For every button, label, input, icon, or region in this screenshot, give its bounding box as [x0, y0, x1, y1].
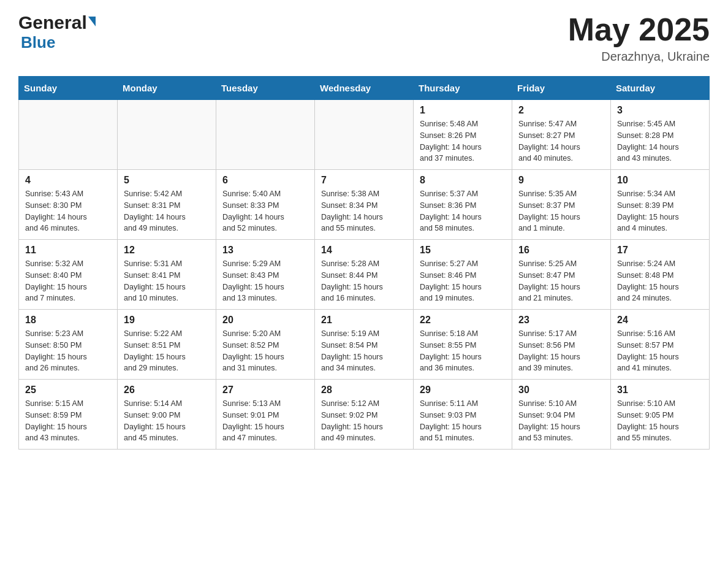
table-row — [118, 100, 216, 170]
calendar-body: 1Sunrise: 5:48 AMSunset: 8:26 PMDaylight… — [19, 100, 710, 450]
day-info: Sunrise: 5:40 AMSunset: 8:33 PMDaylight:… — [222, 188, 308, 234]
calendar-week-row: 11Sunrise: 5:32 AMSunset: 8:40 PMDayligh… — [19, 240, 710, 310]
day-number: 13 — [222, 245, 308, 256]
table-row — [19, 100, 118, 170]
day-info: Sunrise: 5:12 AMSunset: 9:02 PMDaylight:… — [321, 398, 407, 444]
day-number: 27 — [222, 385, 308, 396]
table-row: 27Sunrise: 5:13 AMSunset: 9:01 PMDayligh… — [216, 380, 315, 450]
table-row: 19Sunrise: 5:22 AMSunset: 8:51 PMDayligh… — [118, 310, 216, 380]
day-info: Sunrise: 5:16 AMSunset: 8:57 PMDaylight:… — [617, 328, 703, 374]
table-row: 17Sunrise: 5:24 AMSunset: 8:48 PMDayligh… — [611, 240, 710, 310]
table-row: 30Sunrise: 5:10 AMSunset: 9:04 PMDayligh… — [512, 380, 611, 450]
day-info: Sunrise: 5:29 AMSunset: 8:43 PMDaylight:… — [222, 258, 308, 304]
day-info: Sunrise: 5:34 AMSunset: 8:39 PMDaylight:… — [617, 188, 703, 234]
day-number: 30 — [518, 385, 604, 396]
col-thursday: Thursday — [414, 77, 512, 100]
day-number: 3 — [617, 105, 703, 116]
day-number: 4 — [25, 175, 111, 186]
col-friday: Friday — [512, 77, 611, 100]
day-number: 28 — [321, 385, 407, 396]
calendar-week-row: 4Sunrise: 5:43 AMSunset: 8:30 PMDaylight… — [19, 170, 710, 240]
day-info: Sunrise: 5:18 AMSunset: 8:55 PMDaylight:… — [420, 328, 506, 374]
day-info: Sunrise: 5:14 AMSunset: 9:00 PMDaylight:… — [124, 398, 210, 444]
day-info: Sunrise: 5:42 AMSunset: 8:31 PMDaylight:… — [124, 188, 210, 234]
day-number: 24 — [617, 315, 703, 326]
day-info: Sunrise: 5:13 AMSunset: 9:01 PMDaylight:… — [222, 398, 308, 444]
day-info: Sunrise: 5:28 AMSunset: 8:44 PMDaylight:… — [321, 258, 407, 304]
table-row: 5Sunrise: 5:42 AMSunset: 8:31 PMDaylight… — [118, 170, 216, 240]
col-sunday: Sunday — [19, 77, 118, 100]
day-number: 22 — [420, 315, 506, 326]
day-info: Sunrise: 5:47 AMSunset: 8:27 PMDaylight:… — [518, 118, 604, 164]
day-number: 18 — [25, 315, 111, 326]
day-info: Sunrise: 5:32 AMSunset: 8:40 PMDaylight:… — [25, 258, 111, 304]
table-row: 2Sunrise: 5:47 AMSunset: 8:27 PMDaylight… — [512, 100, 611, 170]
day-info: Sunrise: 5:38 AMSunset: 8:34 PMDaylight:… — [321, 188, 407, 234]
day-number: 5 — [124, 175, 210, 186]
day-info: Sunrise: 5:20 AMSunset: 8:52 PMDaylight:… — [222, 328, 308, 374]
calendar-table: Sunday Monday Tuesday Wednesday Thursday… — [18, 76, 710, 450]
day-info: Sunrise: 5:17 AMSunset: 8:56 PMDaylight:… — [518, 328, 604, 374]
table-row: 31Sunrise: 5:10 AMSunset: 9:05 PMDayligh… — [611, 380, 710, 450]
day-info: Sunrise: 5:35 AMSunset: 8:37 PMDaylight:… — [518, 188, 604, 234]
days-of-week-row: Sunday Monday Tuesday Wednesday Thursday… — [19, 77, 710, 100]
col-saturday: Saturday — [611, 77, 710, 100]
table-row: 10Sunrise: 5:34 AMSunset: 8:39 PMDayligh… — [611, 170, 710, 240]
day-number: 6 — [222, 175, 308, 186]
day-number: 21 — [321, 315, 407, 326]
table-row: 8Sunrise: 5:37 AMSunset: 8:36 PMDaylight… — [414, 170, 512, 240]
month-year-title: May 2025 — [568, 12, 710, 47]
calendar-week-row: 1Sunrise: 5:48 AMSunset: 8:26 PMDaylight… — [19, 100, 710, 170]
day-info: Sunrise: 5:15 AMSunset: 8:59 PMDaylight:… — [25, 398, 111, 444]
table-row: 6Sunrise: 5:40 AMSunset: 8:33 PMDaylight… — [216, 170, 315, 240]
calendar-header: Sunday Monday Tuesday Wednesday Thursday… — [19, 77, 710, 100]
page-header: General Blue May 2025 Derazhnya, Ukraine — [18, 12, 710, 64]
table-row: 3Sunrise: 5:45 AMSunset: 8:28 PMDaylight… — [611, 100, 710, 170]
day-info: Sunrise: 5:48 AMSunset: 8:26 PMDaylight:… — [420, 118, 506, 164]
table-row: 20Sunrise: 5:20 AMSunset: 8:52 PMDayligh… — [216, 310, 315, 380]
table-row: 18Sunrise: 5:23 AMSunset: 8:50 PMDayligh… — [19, 310, 118, 380]
day-info: Sunrise: 5:25 AMSunset: 8:47 PMDaylight:… — [518, 258, 604, 304]
table-row: 9Sunrise: 5:35 AMSunset: 8:37 PMDaylight… — [512, 170, 611, 240]
day-number: 15 — [420, 245, 506, 256]
day-number: 9 — [518, 175, 604, 186]
day-info: Sunrise: 5:23 AMSunset: 8:50 PMDaylight:… — [25, 328, 111, 374]
table-row — [216, 100, 315, 170]
day-info: Sunrise: 5:45 AMSunset: 8:28 PMDaylight:… — [617, 118, 703, 164]
logo: General Blue — [18, 12, 96, 52]
table-row: 7Sunrise: 5:38 AMSunset: 8:34 PMDaylight… — [315, 170, 414, 240]
col-wednesday: Wednesday — [315, 77, 414, 100]
day-info: Sunrise: 5:43 AMSunset: 8:30 PMDaylight:… — [25, 188, 111, 234]
table-row: 14Sunrise: 5:28 AMSunset: 8:44 PMDayligh… — [315, 240, 414, 310]
day-number: 8 — [420, 175, 506, 186]
day-info: Sunrise: 5:27 AMSunset: 8:46 PMDaylight:… — [420, 258, 506, 304]
day-info: Sunrise: 5:37 AMSunset: 8:36 PMDaylight:… — [420, 188, 506, 234]
day-number: 29 — [420, 385, 506, 396]
table-row: 4Sunrise: 5:43 AMSunset: 8:30 PMDaylight… — [19, 170, 118, 240]
day-number: 7 — [321, 175, 407, 186]
title-section: May 2025 Derazhnya, Ukraine — [568, 12, 710, 64]
table-row: 15Sunrise: 5:27 AMSunset: 8:46 PMDayligh… — [414, 240, 512, 310]
day-number: 20 — [222, 315, 308, 326]
table-row: 22Sunrise: 5:18 AMSunset: 8:55 PMDayligh… — [414, 310, 512, 380]
table-row: 25Sunrise: 5:15 AMSunset: 8:59 PMDayligh… — [19, 380, 118, 450]
logo-general-text: General — [18, 12, 87, 33]
day-number: 23 — [518, 315, 604, 326]
table-row: 16Sunrise: 5:25 AMSunset: 8:47 PMDayligh… — [512, 240, 611, 310]
table-row: 1Sunrise: 5:48 AMSunset: 8:26 PMDaylight… — [414, 100, 512, 170]
day-info: Sunrise: 5:22 AMSunset: 8:51 PMDaylight:… — [124, 328, 210, 374]
calendar-week-row: 25Sunrise: 5:15 AMSunset: 8:59 PMDayligh… — [19, 380, 710, 450]
day-number: 10 — [617, 175, 703, 186]
day-number: 17 — [617, 245, 703, 256]
day-info: Sunrise: 5:31 AMSunset: 8:41 PMDaylight:… — [124, 258, 210, 304]
day-number: 26 — [124, 385, 210, 396]
table-row: 29Sunrise: 5:11 AMSunset: 9:03 PMDayligh… — [414, 380, 512, 450]
table-row: 26Sunrise: 5:14 AMSunset: 9:00 PMDayligh… — [118, 380, 216, 450]
logo-blue-text: Blue — [21, 33, 55, 52]
day-info: Sunrise: 5:10 AMSunset: 9:04 PMDaylight:… — [518, 398, 604, 444]
day-number: 1 — [420, 105, 506, 116]
day-number: 25 — [25, 385, 111, 396]
col-tuesday: Tuesday — [216, 77, 315, 100]
day-number: 2 — [518, 105, 604, 116]
location-subtitle: Derazhnya, Ukraine — [568, 50, 710, 64]
